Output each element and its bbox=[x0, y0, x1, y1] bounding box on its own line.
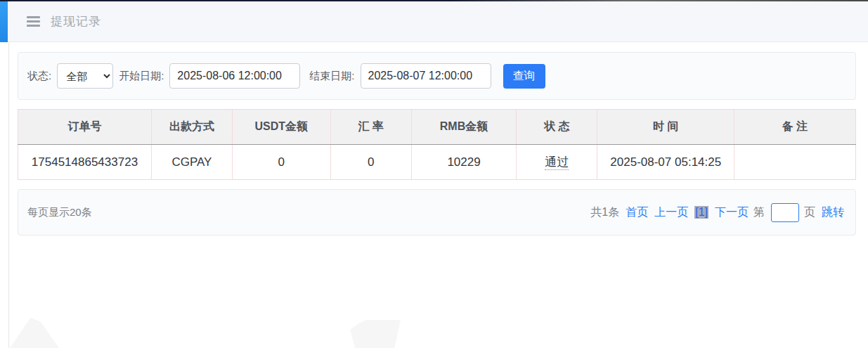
sidebar-accent-bar bbox=[0, 1, 8, 42]
end-date-input[interactable] bbox=[361, 63, 491, 89]
status-badge[interactable]: 通过 bbox=[545, 155, 569, 170]
page-header: 提现记录 bbox=[0, 1, 868, 42]
page-title: 提现记录 bbox=[51, 13, 101, 30]
col-rmb-amount: RMB金额 bbox=[411, 110, 517, 145]
jump-suffix-label: 页 bbox=[804, 205, 815, 220]
search-button[interactable]: 查询 bbox=[503, 64, 545, 89]
col-time: 时 间 bbox=[597, 110, 734, 145]
decorative-shape-center bbox=[350, 320, 401, 348]
pagination-panel: 每页显示20条 共1条 首页 上一页 [1] 下一页 第 页 跳转 bbox=[18, 189, 856, 236]
jump-page-input[interactable] bbox=[771, 203, 799, 222]
prev-page-link[interactable]: 上一页 bbox=[654, 205, 688, 220]
menu-toggle-icon[interactable] bbox=[27, 16, 40, 27]
records-table: 订单号 出款方式 USDT金额 汇 率 RMB金额 状 态 时 间 备 注 17… bbox=[18, 109, 856, 180]
cell-status: 通过 bbox=[517, 145, 597, 180]
cell-method: CGPAY bbox=[151, 145, 232, 180]
start-date-input[interactable] bbox=[169, 63, 300, 89]
main-content: 状态: 全部 开始日期: 结束日期: 查询 订单号 出款方式 USDT金额 汇 … bbox=[0, 52, 868, 236]
next-page-link[interactable]: 下一页 bbox=[715, 205, 749, 220]
cell-rate: 0 bbox=[330, 145, 411, 180]
table-header-row: 订单号 出款方式 USDT金额 汇 率 RMB金额 状 态 时 间 备 注 bbox=[18, 110, 856, 145]
cell-rmb-amount: 10229 bbox=[411, 145, 517, 180]
col-method: 出款方式 bbox=[151, 110, 232, 145]
current-page-indicator: [1] bbox=[694, 206, 708, 219]
first-page-link[interactable]: 首页 bbox=[626, 205, 648, 220]
decorative-shape-left bbox=[10, 318, 59, 348]
cell-order-no: 1754514865433723 bbox=[18, 145, 152, 180]
status-label: 状态: bbox=[27, 70, 51, 83]
col-rate: 汇 率 bbox=[330, 110, 411, 145]
page-size-text: 每页显示20条 bbox=[27, 206, 92, 219]
status-select[interactable]: 全部 bbox=[57, 63, 113, 89]
table-row: 1754514865433723 CGPAY 0 0 10229 通过 2025… bbox=[18, 145, 856, 180]
col-status: 状 态 bbox=[517, 110, 597, 145]
cell-remark bbox=[734, 145, 856, 180]
end-date-label: 结束日期: bbox=[309, 70, 354, 83]
start-date-label: 开始日期: bbox=[119, 70, 164, 83]
col-order-no: 订单号 bbox=[18, 110, 152, 145]
cell-usdt-amount: 0 bbox=[232, 145, 330, 180]
jump-prefix-label: 第 bbox=[753, 205, 765, 220]
filter-panel: 状态: 全部 开始日期: 结束日期: 查询 bbox=[18, 52, 856, 100]
col-usdt-amount: USDT金额 bbox=[232, 110, 330, 145]
cell-time: 2025-08-07 05:14:25 bbox=[597, 145, 734, 180]
col-remark: 备 注 bbox=[734, 110, 856, 145]
total-count-text: 共1条 bbox=[590, 205, 619, 220]
jump-link[interactable]: 跳转 bbox=[822, 205, 844, 220]
pager: 共1条 首页 上一页 [1] 下一页 第 页 跳转 bbox=[590, 203, 844, 222]
